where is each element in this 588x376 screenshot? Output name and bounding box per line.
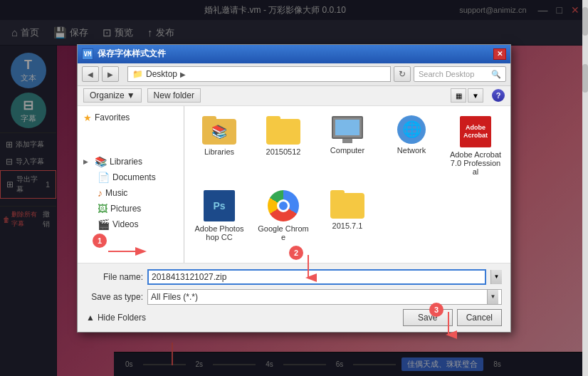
location-arrow: ▶ bbox=[180, 70, 186, 78]
filename-row: File name: ▼ bbox=[86, 269, 502, 285]
favorites-item[interactable]: ★ Favorites bbox=[80, 110, 181, 125]
search-icon: 🔍 bbox=[491, 70, 501, 79]
save-button[interactable]: Save bbox=[403, 309, 453, 326]
file-label-2015: 2015.7.1 bbox=[332, 221, 363, 230]
music-tree-item[interactable]: ♪ Music bbox=[95, 185, 181, 201]
file-label-20150512: 20150512 bbox=[266, 147, 301, 156]
new-folder-button[interactable]: New folder bbox=[147, 88, 201, 103]
organize-button[interactable]: Organize ▼ bbox=[83, 88, 142, 103]
folder-icon-small: 📁 bbox=[132, 69, 143, 79]
pictures-icon: 🖼 bbox=[98, 203, 107, 214]
libraries-folder-icon: 📚 bbox=[95, 156, 107, 167]
libraries-tree-item[interactable]: ▶ 📚 Libraries bbox=[80, 154, 181, 169]
file-item-adobe-ps[interactable]: Ps Adobe Photoshop CC bbox=[190, 186, 248, 246]
dialog-close-button[interactable]: ✕ bbox=[493, 48, 506, 60]
file-label-computer: Computer bbox=[330, 146, 364, 155]
view-buttons: ▦ ▼ ? bbox=[451, 88, 505, 103]
folder-big-icon-2015 bbox=[330, 190, 364, 219]
file-item-libraries[interactable]: 📚 Libraries bbox=[190, 112, 248, 180]
search-placeholder: Search Desktop bbox=[419, 70, 474, 78]
file-item-network[interactable]: 🌐 Network bbox=[382, 112, 441, 180]
favorites-section bbox=[80, 125, 181, 154]
file-item-20150512[interactable]: 20150512 bbox=[254, 112, 313, 180]
file-label-adobe-ps: Adobe Photoshop CC bbox=[193, 224, 246, 241]
location-bar[interactable]: 📁 Desktop ▶ bbox=[127, 66, 391, 82]
dialog-overlay: VM 保存字体样式文件 ✕ ◀ ▶ 📁 Desktop ▶ ↻ Search D… bbox=[0, 0, 588, 376]
help-button[interactable]: ? bbox=[492, 89, 505, 102]
tree-panel: ★ Favorites ▶ 📚 Libraries 📄 Documents ♪ bbox=[78, 106, 184, 263]
music-icon: ♪ bbox=[98, 187, 103, 199]
organize-arrow-icon: ▼ bbox=[127, 90, 135, 100]
savetype-row: Save as type: All Files (*.*) ▼ bbox=[86, 289, 502, 305]
file-item-adobe-acrobat[interactable]: AdobeAcrobat Adobe Acrobat 7.0 Professio… bbox=[446, 112, 505, 180]
refresh-button[interactable]: ↻ bbox=[394, 66, 411, 82]
documents-icon: 📄 bbox=[98, 172, 110, 183]
file-item-computer[interactable]: Computer bbox=[318, 112, 377, 180]
dialog-toolbar2: Organize ▼ New folder ▦ ▼ ? bbox=[78, 86, 510, 106]
file-item-chrome[interactable]: Google Chrome bbox=[254, 186, 313, 246]
cancel-button[interactable]: Cancel bbox=[457, 309, 502, 326]
adobe-acrobat-icon: AdobeAcrobat bbox=[460, 116, 491, 147]
triangle-icon: ▲ bbox=[86, 313, 95, 323]
dialog-titlebar: VM 保存字体样式文件 ✕ bbox=[78, 45, 510, 63]
documents-tree-item[interactable]: 📄 Documents bbox=[95, 169, 181, 185]
chrome-icon bbox=[268, 190, 299, 221]
pictures-tree-item[interactable]: 🖼 Pictures bbox=[95, 201, 181, 216]
files-panel: 📚 Libraries 20150512 bbox=[184, 106, 510, 263]
filename-dropdown-button[interactable]: ▼ bbox=[490, 270, 502, 284]
libraries-children: 📄 Documents ♪ Music 🖼 Pictures 🎬 Videos bbox=[80, 169, 181, 232]
file-label-libraries: Libraries bbox=[204, 147, 234, 156]
dialog-title: 保存字体样式文件 bbox=[98, 48, 166, 60]
folder-big-icon-20150512 bbox=[266, 116, 300, 145]
network-icon: 🌐 bbox=[396, 116, 427, 143]
computer-icon bbox=[332, 116, 363, 143]
view-dropdown-button[interactable]: ▼ bbox=[468, 88, 483, 103]
expand-icon: ▶ bbox=[83, 158, 92, 165]
dialog-vm-icon: VM bbox=[82, 48, 93, 60]
files-grid: 📚 Libraries 20150512 bbox=[190, 112, 505, 246]
star-icon: ★ bbox=[83, 113, 92, 123]
save-dialog: VM 保存字体样式文件 ✕ ◀ ▶ 📁 Desktop ▶ ↻ Search D… bbox=[77, 44, 511, 333]
filename-label: File name: bbox=[86, 272, 143, 282]
search-bar[interactable]: Search Desktop 🔍 bbox=[414, 66, 506, 82]
savetype-dropdown-button[interactable]: ▼ bbox=[487, 290, 498, 304]
location-text: Desktop bbox=[146, 69, 177, 79]
savetype-label: Save as type: bbox=[86, 292, 143, 302]
adobe-ps-icon: Ps bbox=[204, 190, 235, 221]
file-label-network: Network bbox=[397, 146, 426, 155]
hide-folders-button[interactable]: ▲ Hide Folders bbox=[86, 313, 146, 323]
forward-button[interactable]: ▶ bbox=[102, 66, 119, 82]
videos-tree-item[interactable]: 🎬 Videos bbox=[95, 216, 181, 232]
savetype-value: All Files (*.*) bbox=[151, 292, 198, 302]
view-grid-button[interactable]: ▦ bbox=[451, 88, 466, 103]
file-item-2015[interactable]: 2015.7.1 bbox=[318, 186, 377, 246]
filename-input[interactable] bbox=[147, 269, 486, 285]
dialog-footer: File name: ▼ Save as type: All Files (*.… bbox=[78, 263, 510, 332]
videos-icon: 🎬 bbox=[98, 219, 110, 230]
back-button[interactable]: ◀ bbox=[82, 66, 99, 82]
file-label-adobe-acrobat: Adobe Acrobat 7.0 Professional bbox=[449, 150, 502, 176]
file-label-chrome: Google Chrome bbox=[257, 224, 310, 241]
dialog-body: ★ Favorites ▶ 📚 Libraries 📄 Documents ♪ bbox=[78, 106, 510, 263]
libraries-folder-big-icon: 📚 bbox=[202, 116, 236, 145]
dialog-toolbar: ◀ ▶ 📁 Desktop ▶ ↻ Search Desktop 🔍 bbox=[78, 63, 510, 86]
footer-buttons: ▲ Hide Folders Save Cancel bbox=[86, 309, 502, 326]
savetype-select[interactable]: All Files (*.*) ▼ bbox=[147, 289, 502, 305]
